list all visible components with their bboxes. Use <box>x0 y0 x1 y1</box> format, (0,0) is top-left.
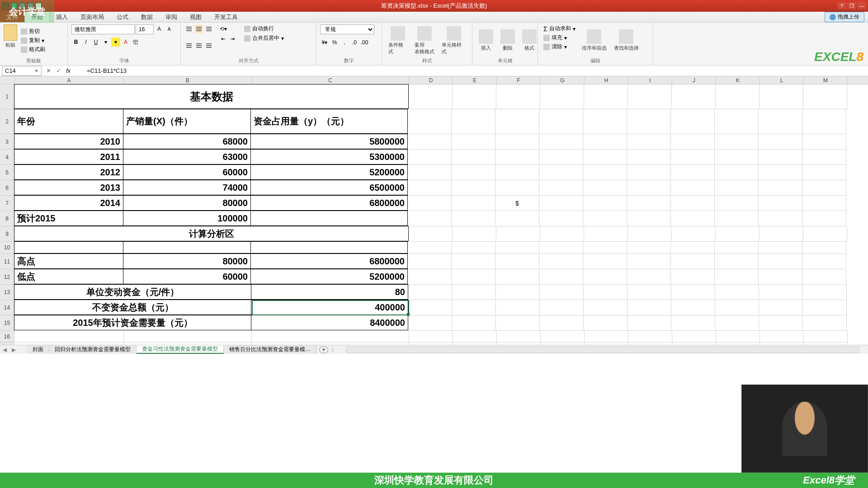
cell-D3[interactable] <box>408 134 452 150</box>
cell-L5[interactable] <box>759 165 802 180</box>
cell-M2[interactable] <box>802 109 846 134</box>
cell-A13[interactable]: 单位变动资金（元/件） <box>14 284 251 300</box>
cell-A3[interactable]: 2010 <box>14 134 123 149</box>
cell-L6[interactable] <box>759 180 802 196</box>
ribbon-options-button[interactable]: ❐ <box>847 2 856 9</box>
cell-I12[interactable] <box>627 269 671 285</box>
cell-I15[interactable] <box>627 315 671 331</box>
table-format-button[interactable]: 套用 表格格式 <box>412 24 437 56</box>
fx-icon[interactable]: fx <box>63 67 73 74</box>
cell-A6[interactable]: 2013 <box>14 180 123 195</box>
clear-button[interactable]: 清除 ▾ <box>542 42 577 51</box>
cell-A12[interactable]: 低点 <box>14 269 123 284</box>
cell-C11[interactable]: 6800000 <box>250 253 408 269</box>
cell-E15[interactable] <box>452 315 496 331</box>
cell-F6[interactable] <box>495 180 539 196</box>
find-select-button[interactable]: 查找和选择 <box>611 24 642 56</box>
col-header-I[interactable]: I <box>628 76 672 84</box>
cell-J3[interactable] <box>671 134 715 150</box>
sheet-tab-2[interactable]: 回归分析法预测资金需要量模型 <box>49 345 137 354</box>
col-header-M[interactable]: M <box>804 76 848 84</box>
col-header-G[interactable]: G <box>541 76 585 84</box>
cell-F12[interactable] <box>495 269 539 285</box>
cell-L15[interactable] <box>759 315 803 331</box>
sheet-tab-4[interactable]: 销售百分比法预测资金需要量模… <box>224 345 316 354</box>
cell-L7[interactable] <box>759 196 802 211</box>
cell-C12[interactable]: 5200000 <box>250 269 408 284</box>
cell-B12[interactable]: 60000 <box>123 269 251 284</box>
cell-D6[interactable] <box>408 180 452 196</box>
tab-data[interactable]: 数据 <box>135 12 159 22</box>
cell-C6[interactable]: 6500000 <box>250 180 408 195</box>
cell-A16[interactable] <box>14 331 124 343</box>
cell-M10[interactable] <box>802 242 846 254</box>
cell-J9[interactable] <box>672 226 716 242</box>
cell-L11[interactable] <box>759 254 802 269</box>
font-color-button[interactable]: A <box>121 38 130 47</box>
cell-C2[interactable]: 资金占用量（y）（元） <box>250 109 408 134</box>
cell-J8[interactable] <box>671 211 715 226</box>
cell-A4[interactable]: 2011 <box>14 149 123 164</box>
cell-E7[interactable] <box>452 196 495 211</box>
row-header-14[interactable]: 14 <box>0 300 14 315</box>
cell-L8[interactable] <box>759 211 802 226</box>
cell-H8[interactable] <box>583 211 627 226</box>
cell-A11[interactable]: 高点 <box>14 253 123 269</box>
tab-formulas[interactable]: 公式 <box>110 12 135 22</box>
sheet-tab-3[interactable]: 资金习性法预测资金需要量模型 <box>137 345 224 354</box>
col-header-D[interactable]: D <box>409 76 453 84</box>
column-headers[interactable]: ABCDEFGHIJKLM <box>14 76 868 84</box>
cell-E11[interactable] <box>452 254 495 269</box>
cell-B11[interactable]: 80000 <box>123 253 251 269</box>
col-header-J[interactable]: J <box>672 76 716 84</box>
cell-D12[interactable] <box>408 269 452 285</box>
cell-F3[interactable] <box>495 134 539 150</box>
row-header-15[interactable]: 15 <box>0 315 14 331</box>
cell-E14[interactable] <box>452 300 496 315</box>
cell-J14[interactable] <box>671 300 715 315</box>
cell-L16[interactable] <box>760 331 804 343</box>
cell-H15[interactable] <box>584 315 627 331</box>
cell-H9[interactable] <box>584 226 628 242</box>
orientation-button[interactable]: ⟲▾ <box>219 24 228 33</box>
cell-C4[interactable]: 5300000 <box>250 149 408 164</box>
cell-C13[interactable]: 80 <box>251 284 408 300</box>
row-header-6[interactable]: 6 <box>0 180 14 196</box>
cell-I3[interactable] <box>627 134 671 150</box>
cell-J12[interactable] <box>671 269 715 285</box>
cell-H7[interactable] <box>583 196 627 211</box>
row-header-1[interactable]: 1 <box>0 84 14 109</box>
cell-C5[interactable]: 5200000 <box>250 164 408 180</box>
row-header-11[interactable]: 11 <box>0 254 14 269</box>
cell-H14[interactable] <box>584 300 627 315</box>
col-header-H[interactable]: H <box>585 76 628 84</box>
cell-A5[interactable]: 2012 <box>14 164 123 180</box>
cell-K7[interactable] <box>715 196 759 211</box>
cond-format-button[interactable]: 条件格式 <box>386 24 410 56</box>
cell-K4[interactable] <box>715 150 759 165</box>
bold-button[interactable]: B <box>71 38 80 47</box>
font-size-select[interactable] <box>136 24 154 34</box>
cell-F8[interactable] <box>495 211 539 226</box>
insert-cells-button[interactable]: 插入 <box>476 24 496 56</box>
col-header-B[interactable]: B <box>124 76 252 84</box>
cell-B4[interactable]: 63000 <box>123 149 251 164</box>
delete-cells-button[interactable]: 删除 <box>498 24 518 56</box>
cell-K10[interactable] <box>715 242 759 254</box>
cell-M6[interactable] <box>802 180 846 196</box>
border-button[interactable]: ▾ <box>101 38 110 47</box>
cell-I9[interactable] <box>628 226 672 242</box>
cell-K6[interactable] <box>715 180 759 196</box>
sheet-nav-prev[interactable]: ◀ <box>0 347 9 353</box>
cell-G10[interactable] <box>539 242 583 254</box>
cell-F10[interactable] <box>495 242 539 254</box>
cell-C10[interactable] <box>250 241 408 253</box>
col-header-A[interactable]: A <box>14 76 124 84</box>
cell-F4[interactable] <box>495 150 539 165</box>
cell-A15[interactable]: 2015年预计资金需要量（元） <box>14 315 251 330</box>
cell-M3[interactable] <box>802 134 846 150</box>
cut-button[interactable]: 剪切 <box>19 27 47 36</box>
help-button[interactable]: ? <box>837 2 846 9</box>
cell-E6[interactable] <box>452 180 495 196</box>
cell-F5[interactable] <box>495 165 539 180</box>
